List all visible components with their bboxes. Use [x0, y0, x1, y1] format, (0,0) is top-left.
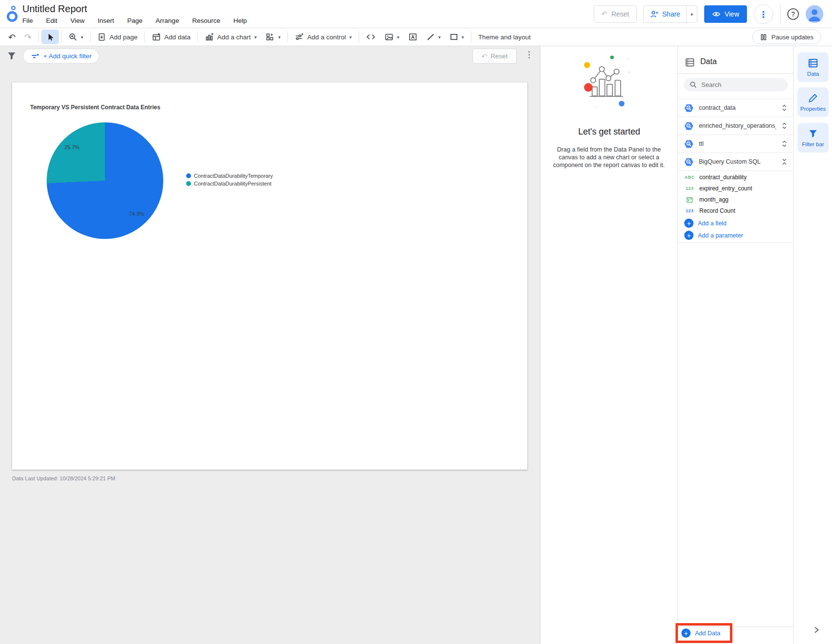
- help-button[interactable]: ?: [787, 8, 799, 20]
- image-button[interactable]: ▾: [380, 30, 404, 44]
- pause-updates-button[interactable]: Pause updates: [752, 30, 821, 44]
- legend-label: ContractDataDurabilityPersistent: [194, 181, 272, 186]
- filter-more-options-button[interactable]: ⋮: [525, 50, 533, 59]
- add-control-button[interactable]: Add a control ▾: [290, 30, 356, 44]
- data-last-updated: Data Last Updated: 10/28/2024 5:29:21 PM: [12, 475, 115, 481]
- add-chart-icon: [205, 33, 214, 41]
- rectangle-icon: [450, 33, 458, 41]
- add-quick-filter-button[interactable]: + Add quick filter: [23, 49, 99, 64]
- share-button[interactable]: Share: [644, 6, 686, 22]
- legend-swatch: [186, 173, 191, 178]
- unfold-more-icon[interactable]: [781, 122, 788, 130]
- legend-item: ContractDataDurabilityPersistent: [186, 181, 273, 186]
- add-page-button[interactable]: Add page: [93, 30, 142, 44]
- chart-legend: ContractDataDurabilityTemporary Contract…: [186, 173, 273, 186]
- menu-file[interactable]: File: [22, 17, 33, 24]
- image-icon: [384, 33, 394, 41]
- magnifier-icon: [69, 33, 77, 41]
- field-row[interactable]: ABC contract_durability: [678, 171, 794, 183]
- header-divider: [780, 4, 780, 24]
- cursor-icon: [46, 33, 54, 41]
- chevron-down-icon: ▾: [438, 34, 441, 40]
- menu-view[interactable]: View: [70, 17, 85, 24]
- menubar: File Edit View Insert Page Arrange Resou…: [22, 17, 247, 24]
- data-search[interactable]: [684, 78, 788, 91]
- pie-chart[interactable]: [47, 122, 163, 239]
- plus-icon: +: [684, 219, 693, 228]
- data-table-icon: [808, 58, 818, 68]
- data-source-row[interactable]: contract_data: [678, 99, 794, 117]
- line-icon: [426, 33, 435, 41]
- unfold-more-icon[interactable]: [781, 140, 788, 148]
- add-data-button[interactable]: + Add Data: [681, 628, 720, 638]
- undo-icon: ↶: [601, 10, 607, 18]
- data-panel-title: Data: [700, 57, 717, 66]
- url-embed-button[interactable]: [362, 30, 380, 44]
- share-button-group: Share ▾: [643, 5, 697, 23]
- filter-reset-button[interactable]: ↶ Reset: [472, 49, 517, 64]
- filter-bar-row: + Add quick filter ↶ Reset ⋮: [0, 46, 540, 67]
- add-a-parameter-button[interactable]: + Add a parameter: [678, 229, 794, 241]
- chevron-down-icon: ▾: [81, 34, 83, 40]
- select-tool-button[interactable]: [41, 30, 59, 44]
- redo-button[interactable]: ↷: [20, 30, 36, 44]
- quick-filter-icon: [31, 53, 39, 60]
- chevron-down-icon: ▾: [254, 34, 257, 40]
- data-panel-header: Data: [678, 46, 794, 74]
- tab-data[interactable]: Data: [797, 52, 829, 82]
- data-source-row[interactable]: ttl: [678, 135, 794, 153]
- field-row[interactable]: month_agg: [678, 194, 794, 205]
- add-a-field-button[interactable]: + Add a field: [678, 217, 794, 229]
- menu-arrange[interactable]: Arrange: [156, 17, 179, 24]
- unfold-less-icon[interactable]: [781, 158, 788, 166]
- get-started-panel: Let's get started Drag a field from the …: [540, 46, 678, 644]
- more-options-button[interactable]: ⋮: [754, 4, 773, 24]
- add-page-icon: [97, 33, 106, 41]
- data-source-row[interactable]: enriched_history_operations_sorob...: [678, 117, 794, 135]
- add-data-button[interactable]: Add data: [147, 30, 195, 44]
- community-visualizations-button[interactable]: ▾: [261, 30, 285, 44]
- data-source-row-expanded[interactable]: BigQuery Custom SQL: [678, 153, 794, 170]
- add-chart-button[interactable]: Add a chart ▾: [200, 30, 261, 44]
- menu-insert[interactable]: Insert: [98, 17, 114, 24]
- data-table-icon: [685, 57, 695, 68]
- zoom-tool-button[interactable]: ▾: [64, 30, 87, 44]
- chevron-down-icon: ▾: [397, 34, 399, 40]
- menu-page[interactable]: Page: [127, 17, 143, 24]
- menu-help[interactable]: Help: [233, 17, 247, 24]
- chevron-down-icon: ▾: [349, 34, 352, 40]
- funnel-icon: [808, 128, 818, 139]
- pie-slice-label-persistent: 25.7%: [57, 144, 87, 150]
- shape-button[interactable]: ▾: [445, 30, 468, 44]
- get-started-title: Let's get started: [540, 127, 678, 137]
- report-page[interactable]: Temporary VS Persistent Contract Data En…: [12, 83, 527, 470]
- field-row[interactable]: 123 expired_entry_count: [678, 183, 794, 194]
- text-button[interactable]: [404, 30, 422, 44]
- side-rail: Data Properties Filter bar: [794, 46, 832, 644]
- report-title[interactable]: Untitled Report: [22, 3, 87, 15]
- date-field-type-icon: [684, 196, 695, 203]
- tab-properties[interactable]: Properties: [797, 87, 829, 117]
- get-started-description: Drag a field from the Data Panel to the …: [547, 146, 671, 169]
- avatar[interactable]: [806, 5, 823, 23]
- number-field-type-icon: 123: [684, 186, 695, 191]
- expand-panel-chevron[interactable]: [812, 626, 821, 634]
- view-button[interactable]: View: [704, 5, 747, 23]
- looker-studio-logo-icon: [6, 4, 20, 24]
- line-button[interactable]: ▾: [422, 30, 445, 44]
- unfold-more-icon[interactable]: [781, 104, 788, 112]
- share-dropdown-button[interactable]: ▾: [686, 6, 697, 22]
- question-icon: ?: [791, 10, 796, 18]
- menu-resource[interactable]: Resource: [192, 17, 220, 24]
- field-row[interactable]: 123 Record Count: [678, 205, 794, 216]
- search-icon: [690, 81, 697, 88]
- theme-and-layout-button[interactable]: Theme and layout: [474, 30, 535, 44]
- undo-icon: ↶: [8, 32, 16, 42]
- number-field-type-icon: 123: [684, 208, 695, 213]
- legend-item: ContractDataDurabilityTemporary: [186, 173, 273, 179]
- search-input[interactable]: [684, 78, 788, 91]
- reset-button[interactable]: ↶ Reset: [594, 5, 636, 23]
- menu-edit[interactable]: Edit: [46, 17, 57, 24]
- undo-button[interactable]: ↶: [4, 30, 20, 44]
- tab-filter-bar[interactable]: Filter bar: [797, 123, 829, 153]
